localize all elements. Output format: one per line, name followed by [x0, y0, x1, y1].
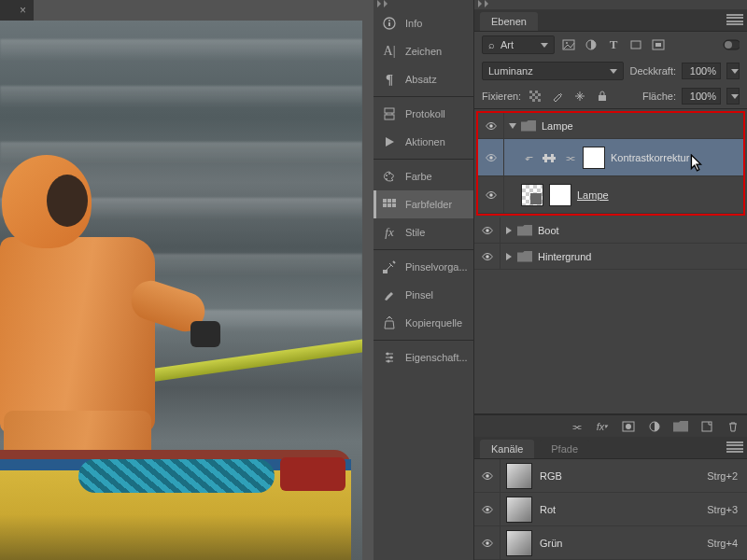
adjust-icon [542, 150, 557, 165]
channel-shortcut: Strg+3 [707, 504, 738, 515]
tool-item-swatch[interactable]: Farbfelder [374, 190, 473, 218]
svg-rect-21 [631, 41, 641, 49]
channel-thumbnail [506, 530, 532, 556]
blend-mode-dropdown[interactable]: Luminanz [482, 62, 624, 80]
pal-icon [381, 168, 398, 185]
tool-item-play[interactable]: Aktionen [374, 128, 473, 156]
layer-kontrastkorrektur[interactable]: ⬐⫘Kontrastkorrektur [478, 139, 743, 176]
layer-group-boot[interactable]: Boot [474, 217, 747, 244]
collapse-icon[interactable] [377, 0, 390, 9]
tool-item-clone[interactable]: Kopierquelle [374, 309, 473, 337]
visibility-toggle[interactable] [478, 113, 504, 138]
tool-item-prop[interactable]: Eigenschaft... [374, 343, 473, 371]
layer-filter-dropdown[interactable]: ⌕ Art [482, 35, 555, 54]
folder-icon [517, 225, 532, 236]
channel-shortcut: Strg+2 [707, 470, 738, 482]
add-mask-icon[interactable] [620, 418, 637, 435]
layer-group-hintergrund[interactable]: Hintergrund [474, 244, 747, 270]
filter-shape-icon[interactable] [627, 36, 644, 53]
new-layer-icon[interactable] [698, 418, 715, 435]
tool-item-label: Zeichen [405, 46, 442, 57]
new-adjust-icon[interactable] [646, 418, 663, 435]
tool-item-hist[interactable]: Protokoll [374, 100, 473, 128]
tool-item-label: Farbfelder [405, 199, 452, 210]
svg-point-16 [390, 357, 393, 359]
tool-item-info[interactable]: Info [374, 9, 473, 37]
link-icon: ⫘ [562, 150, 577, 165]
layer-lampe[interactable]: Lampe [478, 176, 743, 214]
lock-position-icon[interactable] [571, 88, 588, 105]
visibility-toggle[interactable] [474, 493, 500, 525]
filter-image-icon[interactable] [560, 36, 577, 53]
layers-bottom-bar: ⫘ fx▾ [474, 414, 747, 437]
disclosure-triangle-icon[interactable] [506, 227, 512, 234]
lock-paint-icon[interactable] [549, 88, 566, 105]
tool-item-char[interactable]: A|Zeichen [374, 37, 473, 65]
document-tab-close[interactable]: × [0, 0, 34, 21]
tool-item-para[interactable]: ¶Absatz [374, 65, 473, 93]
svg-point-35 [489, 193, 493, 197]
svg-rect-10 [392, 199, 396, 203]
svg-point-7 [386, 178, 388, 180]
opacity-stepper[interactable] [726, 63, 740, 79]
chevron-down-icon [610, 69, 617, 74]
tool-item-fx[interactable]: fxStile [374, 218, 473, 246]
filter-type-icon[interactable]: T [605, 36, 622, 53]
svg-rect-9 [388, 199, 391, 203]
filter-toggle-icon[interactable] [723, 36, 740, 53]
delete-layer-icon[interactable] [725, 418, 741, 435]
svg-point-43 [486, 508, 489, 511]
lock-transparency-icon[interactable] [527, 88, 543, 105]
visibility-toggle[interactable] [474, 526, 500, 559]
svg-rect-3 [385, 108, 394, 113]
new-group-icon[interactable] [672, 418, 689, 435]
svg-rect-23 [655, 43, 661, 47]
channel-rot[interactable]: RotStrg+3 [474, 493, 747, 526]
channel-rgb[interactable]: RGBStrg+2 [474, 459, 747, 493]
brush-icon [381, 287, 398, 303]
visibility-toggle[interactable] [478, 176, 504, 213]
fx-icon: fx [381, 224, 398, 241]
tool-item-label: Pinselvorga... [405, 261, 468, 273]
channel-shortcut: Strg+4 [707, 538, 738, 549]
layer-group-lampe[interactable]: Lampe [478, 113, 743, 139]
panel-menu-icon[interactable] [726, 441, 743, 454]
visibility-toggle[interactable] [478, 139, 504, 175]
swatch-icon [381, 196, 398, 213]
para-icon: ¶ [381, 71, 398, 88]
fill-input[interactable]: 100% [682, 88, 721, 105]
filter-smart-icon[interactable] [650, 36, 667, 53]
layer-fx-icon[interactable]: fx▾ [594, 418, 611, 435]
fill-label: Fläche: [642, 91, 676, 102]
disclosure-triangle-icon[interactable] [509, 123, 516, 129]
link-layers-icon[interactable]: ⫘ [568, 418, 585, 435]
channel-grün[interactable]: GrünStrg+4 [474, 526, 747, 560]
channel-thumbnail [506, 463, 532, 489]
tool-item-brushp[interactable]: Pinselvorga... [374, 253, 473, 281]
document-canvas[interactable]: × [0, 0, 374, 560]
lock-all-icon[interactable] [594, 88, 611, 105]
layer-name: Boot [538, 225, 559, 236]
tab-paths[interactable]: Pfade [540, 440, 589, 458]
fill-stepper[interactable] [726, 88, 740, 105]
filter-adjust-icon[interactable] [583, 36, 599, 53]
search-icon: ⌕ [488, 39, 495, 50]
tab-channels[interactable]: Kanäle [480, 440, 534, 458]
tab-layers[interactable]: Ebenen [480, 12, 538, 31]
svg-rect-1 [388, 22, 390, 26]
tool-item-brush[interactable]: Pinsel [374, 281, 473, 309]
svg-rect-13 [392, 203, 396, 207]
svg-point-17 [388, 360, 390, 363]
visibility-toggle[interactable] [474, 459, 500, 492]
opacity-input[interactable]: 100% [682, 63, 721, 79]
clip-icon: ⬐ [521, 150, 536, 165]
visibility-toggle[interactable] [474, 217, 500, 243]
disclosure-triangle-icon[interactable] [506, 253, 512, 260]
brushp-icon [381, 259, 398, 275]
panel-menu-icon[interactable] [726, 13, 743, 26]
tool-item-pal[interactable]: Farbe [374, 162, 473, 190]
collapse-icon[interactable] [478, 0, 491, 9]
layer-name: Lampe [577, 189, 609, 201]
visibility-toggle[interactable] [474, 244, 500, 269]
mask-thumbnail [583, 147, 605, 169]
